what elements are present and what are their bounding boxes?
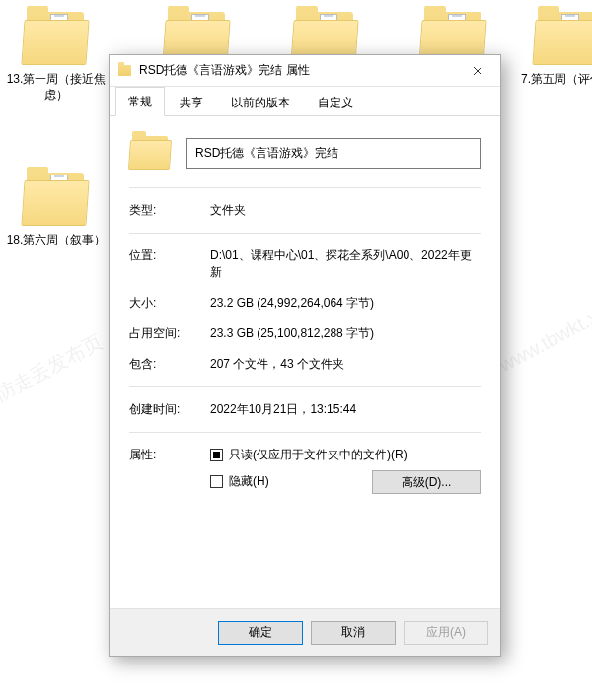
close-icon (473, 66, 482, 76)
separator (129, 386, 481, 387)
folder-icon (23, 12, 90, 67)
size-on-disk-value: 23.3 GB (25,100,812,288 字节) (210, 325, 481, 342)
desktop-folder[interactable]: 13.第一周（接近焦虑） (2, 12, 111, 103)
size-on-disk-label: 占用空间: (129, 325, 210, 342)
readonly-label: 只读(仅应用于文件夹中的文件)(R) (229, 447, 407, 463)
separator (129, 432, 481, 433)
folder-icon (534, 12, 592, 67)
titlebar[interactable]: RSD托德《言语游戏》完结 属性 (110, 55, 500, 87)
location-value: D:\01、课程中心\01、探花全系列\A00、2022年更新 (210, 247, 481, 281)
size-label: 大小: (129, 295, 210, 312)
advanced-button[interactable]: 高级(D)... (372, 470, 481, 494)
tab-customize[interactable]: 自定义 (305, 88, 366, 116)
tab-previous-versions[interactable]: 以前的版本 (218, 88, 303, 116)
folder-label: 18.第六周（叙事） (2, 232, 111, 247)
size-value: 23.2 GB (24,992,264,064 字节) (210, 295, 481, 312)
desktop-folder[interactable]: 18.第六周（叙事） (2, 173, 111, 247)
separator (129, 187, 481, 188)
folder-label: 7.第五周（评估） (513, 71, 592, 87)
apply-button[interactable]: 应用(A) (404, 621, 488, 645)
dialog-footer: 确定 取消 应用(A) (110, 608, 500, 656)
created-value: 2022年10月21日，13:15:44 (210, 401, 481, 418)
folder-icon (23, 173, 90, 228)
type-label: 类型: (129, 202, 210, 219)
folder-icon (117, 64, 133, 78)
type-value: 文件夹 (210, 202, 481, 219)
watermark: 防走丢发布页 (0, 328, 108, 407)
close-button[interactable] (455, 55, 500, 87)
desktop-folder[interactable]: 7.第五周（评估） (513, 12, 592, 87)
tab-general[interactable]: 常规 (115, 87, 165, 116)
hidden-checkbox[interactable] (210, 475, 223, 488)
folder-icon (129, 134, 173, 172)
properties-dialog: RSD托德《言语游戏》完结 属性 常规 共享 以前的版本 自定义 RSD托德《言… (109, 54, 501, 657)
tab-sharing[interactable]: 共享 (167, 88, 216, 116)
contains-value: 207 个文件，43 个文件夹 (210, 356, 481, 373)
cancel-button[interactable]: 取消 (311, 621, 396, 645)
watermark: www.tbwkt.xyz (495, 297, 592, 377)
ok-button[interactable]: 确定 (218, 621, 303, 645)
separator (129, 233, 481, 234)
tab-bar: 常规 共享 以前的版本 自定义 (110, 87, 500, 116)
folder-name-input[interactable]: RSD托德《言语游戏》完结 (186, 138, 481, 169)
tab-content: RSD托德《言语游戏》完结 类型: 文件夹 位置: D:\01、课程中心\01、… (110, 116, 500, 608)
window-title: RSD托德《言语游戏》完结 属性 (139, 62, 455, 79)
hidden-label: 隐藏(H) (229, 473, 269, 490)
attributes-label: 属性: (129, 447, 210, 490)
created-label: 创建时间: (129, 401, 210, 418)
readonly-checkbox[interactable] (210, 449, 223, 461)
folder-label: 13.第一周（接近焦虑） (2, 71, 111, 103)
location-label: 位置: (129, 247, 210, 281)
contains-label: 包含: (129, 356, 210, 373)
